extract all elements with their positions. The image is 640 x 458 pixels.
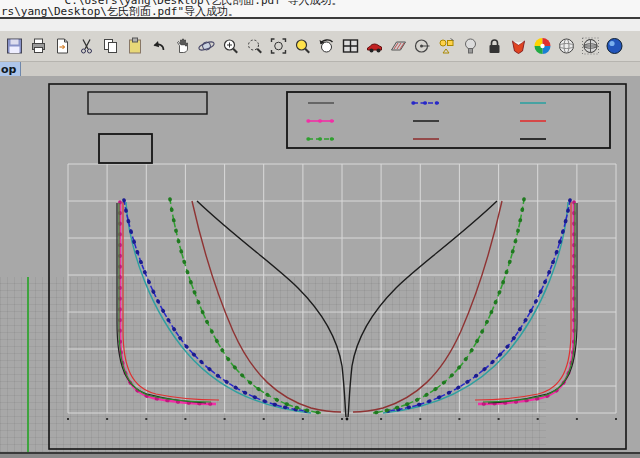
section-green-dashed <box>170 199 321 413</box>
zoom-in-icon[interactable] <box>218 33 242 59</box>
viewport-layout-icon[interactable] <box>338 33 362 59</box>
plan-grid <box>68 164 616 413</box>
legend-samples <box>308 103 546 139</box>
baseline-ticks <box>67 418 617 420</box>
legend-box <box>287 92 610 148</box>
render-car-icon[interactable] <box>362 33 386 59</box>
rhino-window: "C:\Users\yang\Desktop\乞氏剖面.pdf"导入成功。 rs… <box>0 0 640 458</box>
save-icon[interactable] <box>2 33 26 59</box>
viewport-canvas[interactable] <box>0 76 640 452</box>
copy-icon[interactable] <box>98 33 122 59</box>
station-magenta <box>478 202 574 404</box>
command-history-line-2: rs\yang\Desktop\乞氏剖面.pdf"导入成功。 <box>1 4 239 17</box>
sheer-black <box>197 201 346 417</box>
section-darkred <box>353 201 502 412</box>
sphere-wireframe-icon[interactable] <box>578 33 602 59</box>
orbit-icon[interactable] <box>194 33 218 59</box>
zoom-previous-icon[interactable] <box>314 33 338 59</box>
keel-point <box>346 418 349 421</box>
section-darkred <box>192 201 341 412</box>
sphere-render-icon[interactable] <box>602 33 626 59</box>
section-teal <box>383 202 568 413</box>
sphere-shaded-icon[interactable] <box>554 33 578 59</box>
viewport-tab-top[interactable]: op <box>0 62 21 76</box>
title-block <box>88 92 207 163</box>
section-teal <box>126 202 311 413</box>
hull-curves-left <box>117 199 346 417</box>
main-toolbar <box>0 31 640 62</box>
zoom-extents-icon[interactable] <box>266 33 290 59</box>
print-icon[interactable] <box>26 33 50 59</box>
center-point-icon[interactable] <box>410 33 434 59</box>
hull-lines-drawing <box>0 76 640 452</box>
lock-icon[interactable] <box>482 33 506 59</box>
viewport-tab-row: op <box>0 62 640 76</box>
hull-curves-right <box>348 199 577 417</box>
zoom-selected-icon[interactable] <box>290 33 314 59</box>
color-wheel-icon[interactable] <box>530 33 554 59</box>
sheer-black <box>348 201 497 417</box>
cplane-icon[interactable] <box>386 33 410 59</box>
viewport-tab-label: op <box>1 63 16 76</box>
station-magenta <box>120 202 216 404</box>
lamp-icon[interactable] <box>458 33 482 59</box>
material-icon[interactable] <box>506 33 530 59</box>
zoom-window-icon[interactable] <box>242 33 266 59</box>
undo-icon[interactable] <box>146 33 170 59</box>
osnap-icon[interactable] <box>434 33 458 59</box>
command-history: "C:\Users\yang\Desktop\乞氏剖面.pdf"导入成功。 rs… <box>0 0 640 17</box>
paste-icon[interactable] <box>122 33 146 59</box>
pan-icon[interactable] <box>170 33 194 59</box>
cut-icon[interactable] <box>74 33 98 59</box>
section-green-dashed <box>373 199 524 413</box>
export-icon[interactable] <box>50 33 74 59</box>
status-bar <box>0 452 640 458</box>
